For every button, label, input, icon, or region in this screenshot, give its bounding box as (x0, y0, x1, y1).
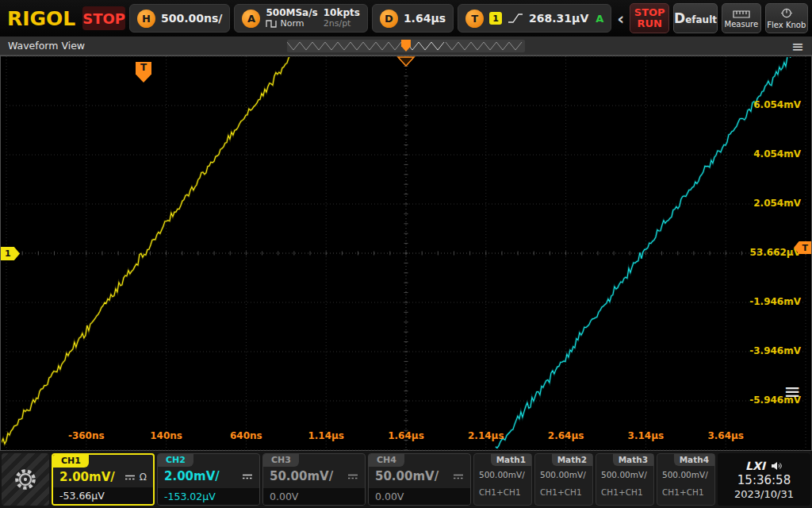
run-state-indicator[interactable]: STOP (82, 6, 125, 30)
trigger-slope-icon (508, 13, 523, 24)
bottom-bar: CH1 2.00mV/ Ω -53.66µV CH2 2.00mV/ (0, 451, 812, 508)
math-tab[interactable]: Math3 (613, 454, 653, 466)
math-scale: 500.00mV/ (601, 470, 647, 479)
plot-menu-icon[interactable]: ≡ (783, 381, 801, 402)
trigger-badge-icon: T (465, 10, 484, 28)
acquire-settings-pill[interactable]: A 500MSa/s Norm 10kpts 2ns/pt (234, 4, 367, 33)
impedance-icon: Ω (140, 471, 147, 483)
math-expression: CH1+CH1 (479, 487, 521, 497)
dc-coupling-icon (347, 473, 358, 480)
horizontal-badge-icon: H (137, 10, 155, 28)
menu-icon[interactable]: ≡ (791, 37, 804, 55)
channel-scale: 2.00mV/ (164, 469, 220, 483)
flex-knob-button-label: Flex Knob (767, 21, 806, 29)
sample-rate: 500MSa/s (266, 8, 317, 19)
math-box-1[interactable]: Math1 500.00mV/ CH1+CH1 (473, 453, 532, 506)
trigger-flag-label: T (140, 62, 147, 73)
square-wave-icon (266, 20, 277, 28)
channel-offset: 0.00V (270, 491, 298, 502)
speaker-icon (771, 461, 783, 471)
channel-offset: -53.66µV (59, 490, 105, 502)
math-expression: CH1+CH1 (601, 487, 643, 497)
channel-tab[interactable]: CH2 (158, 454, 193, 467)
measure-button[interactable]: Measure (722, 3, 761, 33)
math-box-4[interactable]: Math4 500.00mV/ CH1+CH1 (657, 453, 715, 506)
oscilloscope-screen: RIGOL STOP H 500.00ns/ A 500MSa/s Norm 1… (0, 0, 812, 508)
timebase-value: 500.00ns/ (161, 12, 222, 25)
math-scale: 500.00mV/ (479, 470, 525, 479)
gear-icon (13, 467, 38, 492)
flex-knob-button[interactable]: Flex Knob (765, 3, 808, 33)
trigger-source-badge: 1 (489, 12, 502, 25)
math-box-3[interactable]: Math3 500.00mV/ CH1+CH1 (596, 453, 654, 506)
acquire-badge-icon: A (242, 10, 260, 28)
measure-button-label: Measure (725, 20, 759, 29)
default-button[interactable]: Default (673, 3, 718, 33)
trigger-level: 268.31µV (529, 12, 588, 25)
ch1-marker-label: 1 (5, 248, 11, 259)
memory-depth: 10kpts (324, 8, 360, 19)
sample-interval: 2ns/pt (324, 19, 360, 29)
stop-run-line2: RUN (637, 18, 661, 29)
channel-offset: 0.00V (375, 491, 404, 502)
system-status-box[interactable]: LXI 15:36:58 2023/10/31 (718, 453, 810, 506)
channel-box-ch2[interactable]: CH2 2.00mV/ -153.02µV (157, 453, 260, 506)
dc-coupling-icon (453, 473, 464, 480)
clock-date: 2023/10/31 (734, 488, 794, 500)
trigger-marker-label: T (802, 243, 808, 253)
channel-tab[interactable]: CH3 (263, 454, 299, 467)
math-tab[interactable]: Math2 (552, 454, 592, 466)
math-box-2[interactable]: Math2 500.00mV/ CH1+CH1 (534, 453, 593, 506)
measure-ruler-icon (733, 8, 750, 18)
waveform-display[interactable]: -360ns140ns640ns1.14µs1.64µs2.14µs2.64µs… (0, 56, 812, 451)
math-expression: CH1+CH1 (662, 487, 704, 497)
channel-tab[interactable]: CH1 (53, 455, 89, 468)
stop-run-button[interactable]: STOP RUN (630, 3, 669, 33)
acquire-mode: Norm (280, 19, 304, 29)
waveform-view-title: Waveform View (8, 40, 85, 52)
delay-badge-icon: D (380, 10, 398, 28)
channel-scale: 50.00mV/ (375, 469, 439, 483)
knob-icon (780, 7, 793, 19)
waveform-canvas (0, 56, 812, 451)
trigger-settings-pill[interactable]: T 1 268.31µV A (458, 4, 611, 33)
math-tab[interactable]: Math1 (491, 454, 531, 466)
default-button-label: Default (674, 10, 717, 26)
trigger-armed-flag: A (596, 13, 603, 25)
dc-coupling-icon (124, 474, 136, 481)
math-scale: 500.00mV/ (662, 470, 708, 479)
math-tab[interactable]: Math4 (674, 454, 714, 466)
channel-box-ch3[interactable]: CH3 50.00mV/ 0.00V (262, 453, 366, 506)
channel-box-ch4[interactable]: CH4 50.00mV/ 0.00V (368, 453, 471, 506)
math-expression: CH1+CH1 (540, 487, 582, 497)
dc-coupling-icon (242, 473, 253, 480)
waveform-view-header: Waveform View ≡ (0, 37, 812, 56)
channel-scale: 2.00mV/ (59, 470, 115, 484)
channel-tab[interactable]: CH4 (369, 454, 404, 467)
math-scale: 500.00mV/ (540, 470, 586, 479)
top-bar: RIGOL STOP H 500.00ns/ A 500MSa/s Norm 1… (0, 0, 812, 37)
horizontal-settings-pill[interactable]: H 500.00ns/ (129, 4, 230, 33)
waveform-navigator[interactable] (287, 40, 525, 52)
chevron-left-icon[interactable]: ‹ (615, 9, 626, 29)
stop-run-line1: STOP (634, 7, 665, 18)
channel-box-ch1[interactable]: CH1 2.00mV/ Ω -53.66µV (52, 453, 155, 506)
clock-time: 15:36:58 (737, 473, 791, 487)
channel-offset: -153.02µV (164, 491, 216, 502)
rigol-logo: RIGOL (7, 7, 75, 30)
delay-value: 1.64µs (404, 12, 446, 25)
lxi-label: LXI (745, 460, 765, 472)
channel-scale: 50.00mV/ (270, 469, 333, 483)
utility-menu-button[interactable] (2, 453, 49, 506)
horizontal-position-marker (396, 56, 416, 67)
delay-settings-pill[interactable]: D 1.64µs (372, 4, 454, 33)
